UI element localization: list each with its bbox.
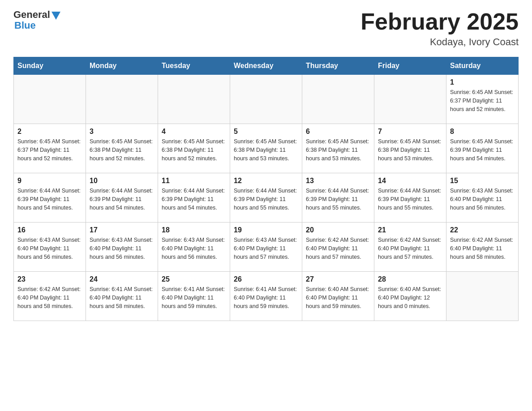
table-row: 28Sunrise: 6:40 AM Sunset: 6:40 PM Dayli…	[374, 272, 446, 321]
day-number: 25	[162, 275, 226, 283]
day-info: Sunrise: 6:43 AM Sunset: 6:40 PM Dayligh…	[90, 236, 154, 261]
table-row: 22Sunrise: 6:42 AM Sunset: 6:40 PM Dayli…	[446, 223, 519, 272]
day-number: 3	[90, 128, 154, 136]
day-number: 26	[234, 275, 298, 283]
day-info: Sunrise: 6:44 AM Sunset: 6:39 PM Dayligh…	[234, 187, 298, 212]
day-number: 2	[17, 128, 82, 136]
table-row	[302, 75, 374, 124]
table-row: 17Sunrise: 6:43 AM Sunset: 6:40 PM Dayli…	[86, 223, 158, 272]
day-number: 8	[450, 128, 515, 136]
day-info: Sunrise: 6:43 AM Sunset: 6:40 PM Dayligh…	[17, 236, 82, 261]
day-number: 17	[90, 226, 154, 234]
day-number: 10	[90, 177, 154, 185]
header-thursday: Thursday	[302, 57, 374, 75]
table-row: 3Sunrise: 6:45 AM Sunset: 6:38 PM Daylig…	[86, 124, 158, 173]
day-number: 27	[306, 275, 370, 283]
day-info: Sunrise: 6:45 AM Sunset: 6:39 PM Dayligh…	[450, 137, 515, 163]
table-row: 4Sunrise: 6:45 AM Sunset: 6:38 PM Daylig…	[158, 124, 230, 173]
day-info: Sunrise: 6:45 AM Sunset: 6:38 PM Dayligh…	[378, 137, 442, 163]
day-info: Sunrise: 6:44 AM Sunset: 6:39 PM Dayligh…	[90, 187, 154, 212]
day-info: Sunrise: 6:45 AM Sunset: 6:38 PM Dayligh…	[234, 137, 298, 163]
header-wednesday: Wednesday	[230, 57, 302, 75]
day-info: Sunrise: 6:45 AM Sunset: 6:37 PM Dayligh…	[450, 88, 515, 113]
table-row	[86, 75, 158, 124]
day-info: Sunrise: 6:45 AM Sunset: 6:38 PM Dayligh…	[90, 137, 154, 163]
header-tuesday: Tuesday	[158, 57, 230, 75]
day-number: 18	[162, 226, 226, 234]
day-number: 11	[162, 177, 226, 185]
day-number: 4	[162, 128, 226, 136]
table-row	[230, 75, 302, 124]
day-number: 23	[17, 275, 82, 283]
day-info: Sunrise: 6:44 AM Sunset: 6:39 PM Dayligh…	[162, 187, 226, 212]
calendar-header-row: Sunday Monday Tuesday Wednesday Thursday…	[14, 57, 519, 75]
day-info: Sunrise: 6:45 AM Sunset: 6:37 PM Dayligh…	[17, 137, 82, 163]
day-number: 5	[234, 128, 298, 136]
day-number: 12	[234, 177, 298, 185]
table-row: 5Sunrise: 6:45 AM Sunset: 6:38 PM Daylig…	[230, 124, 302, 173]
table-row	[14, 75, 86, 124]
day-number: 7	[378, 128, 442, 136]
table-row: 10Sunrise: 6:44 AM Sunset: 6:39 PM Dayli…	[86, 173, 158, 223]
logo-triangle-icon	[51, 12, 60, 20]
table-row: 9Sunrise: 6:44 AM Sunset: 6:39 PM Daylig…	[14, 173, 86, 223]
day-info: Sunrise: 6:42 AM Sunset: 6:40 PM Dayligh…	[306, 236, 370, 261]
table-row: 26Sunrise: 6:41 AM Sunset: 6:40 PM Dayli…	[230, 272, 302, 321]
table-row: 12Sunrise: 6:44 AM Sunset: 6:39 PM Dayli…	[230, 173, 302, 223]
table-row: 24Sunrise: 6:41 AM Sunset: 6:40 PM Dayli…	[86, 272, 158, 321]
header-monday: Monday	[86, 57, 158, 75]
month-year-title: February 2025	[360, 9, 519, 34]
table-row: 13Sunrise: 6:44 AM Sunset: 6:39 PM Dayli…	[302, 173, 374, 223]
day-info: Sunrise: 6:41 AM Sunset: 6:40 PM Dayligh…	[90, 285, 154, 310]
day-info: Sunrise: 6:42 AM Sunset: 6:40 PM Dayligh…	[17, 285, 82, 310]
logo-general-text: General	[13, 9, 50, 21]
calendar-table: Sunday Monday Tuesday Wednesday Thursday…	[13, 57, 519, 321]
calendar-week-row: 23Sunrise: 6:42 AM Sunset: 6:40 PM Dayli…	[14, 272, 519, 321]
day-info: Sunrise: 6:43 AM Sunset: 6:40 PM Dayligh…	[450, 187, 515, 212]
table-row: 27Sunrise: 6:40 AM Sunset: 6:40 PM Dayli…	[302, 272, 374, 321]
table-row	[446, 272, 519, 321]
header-saturday: Saturday	[446, 57, 519, 75]
day-number: 16	[17, 226, 82, 234]
day-number: 1	[450, 78, 515, 86]
table-row: 6Sunrise: 6:45 AM Sunset: 6:38 PM Daylig…	[302, 124, 374, 173]
day-number: 13	[306, 177, 370, 185]
day-info: Sunrise: 6:42 AM Sunset: 6:40 PM Dayligh…	[378, 236, 442, 261]
calendar-week-row: 9Sunrise: 6:44 AM Sunset: 6:39 PM Daylig…	[14, 173, 519, 223]
table-row	[158, 75, 230, 124]
table-row: 1Sunrise: 6:45 AM Sunset: 6:37 PM Daylig…	[446, 75, 519, 124]
day-info: Sunrise: 6:41 AM Sunset: 6:40 PM Dayligh…	[234, 285, 298, 310]
table-row	[374, 75, 446, 124]
header-friday: Friday	[374, 57, 446, 75]
table-row: 11Sunrise: 6:44 AM Sunset: 6:39 PM Dayli…	[158, 173, 230, 223]
day-info: Sunrise: 6:44 AM Sunset: 6:39 PM Dayligh…	[17, 187, 82, 212]
day-info: Sunrise: 6:45 AM Sunset: 6:38 PM Dayligh…	[162, 137, 226, 163]
day-number: 28	[378, 275, 442, 283]
day-number: 14	[378, 177, 442, 185]
day-info: Sunrise: 6:41 AM Sunset: 6:40 PM Dayligh…	[162, 285, 226, 310]
day-number: 9	[17, 177, 82, 185]
calendar-week-row: 2Sunrise: 6:45 AM Sunset: 6:37 PM Daylig…	[14, 124, 519, 173]
table-row: 15Sunrise: 6:43 AM Sunset: 6:40 PM Dayli…	[446, 173, 519, 223]
day-number: 22	[450, 226, 515, 234]
day-info: Sunrise: 6:45 AM Sunset: 6:38 PM Dayligh…	[306, 137, 370, 163]
day-number: 15	[450, 177, 515, 185]
logo-blue-text: Blue	[13, 20, 36, 31]
table-row: 23Sunrise: 6:42 AM Sunset: 6:40 PM Dayli…	[14, 272, 86, 321]
header: General Blue February 2025 Kodaya, Ivory…	[13, 9, 519, 48]
day-info: Sunrise: 6:42 AM Sunset: 6:40 PM Dayligh…	[450, 236, 515, 261]
table-row: 8Sunrise: 6:45 AM Sunset: 6:39 PM Daylig…	[446, 124, 519, 173]
table-row: 16Sunrise: 6:43 AM Sunset: 6:40 PM Dayli…	[14, 223, 86, 272]
day-number: 20	[306, 226, 370, 234]
day-info: Sunrise: 6:43 AM Sunset: 6:40 PM Dayligh…	[162, 236, 226, 261]
day-info: Sunrise: 6:44 AM Sunset: 6:39 PM Dayligh…	[306, 187, 370, 212]
title-area: February 2025 Kodaya, Ivory Coast	[360, 9, 519, 48]
day-number: 6	[306, 128, 370, 136]
table-row: 19Sunrise: 6:43 AM Sunset: 6:40 PM Dayli…	[230, 223, 302, 272]
table-row: 20Sunrise: 6:42 AM Sunset: 6:40 PM Dayli…	[302, 223, 374, 272]
table-row: 18Sunrise: 6:43 AM Sunset: 6:40 PM Dayli…	[158, 223, 230, 272]
location-subtitle: Kodaya, Ivory Coast	[360, 36, 519, 48]
day-number: 24	[90, 275, 154, 283]
day-info: Sunrise: 6:40 AM Sunset: 6:40 PM Dayligh…	[378, 285, 442, 310]
table-row: 25Sunrise: 6:41 AM Sunset: 6:40 PM Dayli…	[158, 272, 230, 321]
